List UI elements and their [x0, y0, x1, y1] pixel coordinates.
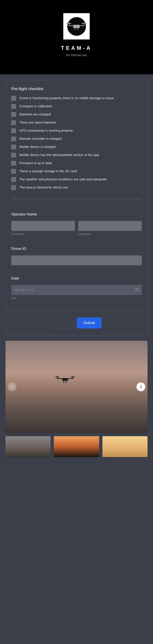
- gallery-thumb-1[interactable]: [6, 436, 51, 457]
- svg-rect-12: [136, 290, 137, 290]
- check-label-4: GPS connectivity is working properly: [19, 128, 73, 133]
- checkbox-3[interactable]: [11, 120, 16, 125]
- check-item-7: Mobile device has the lates/updated vers…: [11, 152, 142, 158]
- svg-rect-5: [73, 25, 80, 28]
- gallery-prev-button[interactable]: [8, 382, 17, 391]
- operator-label: Operator Name: [11, 212, 142, 216]
- date-sublabel: Date: [11, 297, 142, 300]
- submit-button[interactable]: Submit: [77, 318, 102, 328]
- drone-icon: [66, 21, 87, 32]
- check-label-6: Mobile device is charged: [19, 144, 56, 149]
- svg-rect-7: [77, 28, 78, 30]
- check-label-3: There are spare batteries: [19, 120, 56, 125]
- save-button[interactable]: Save: [51, 318, 74, 328]
- checkbox-5[interactable]: [11, 136, 16, 141]
- checkbox-6[interactable]: [11, 144, 16, 150]
- check-label-0: Drone is functioning properly, there is …: [19, 96, 114, 100]
- gallery: [0, 341, 153, 462]
- check-label-8: Firmware is up to date: [19, 160, 52, 165]
- gallery-thumb-3[interactable]: [102, 436, 147, 457]
- app-header: TEAM-A for internal use: [0, 0, 153, 74]
- checkbox-0[interactable]: [11, 96, 16, 101]
- check-label-7: Mobile device has the lates/updated vers…: [19, 152, 99, 157]
- checkbox-4[interactable]: [11, 128, 16, 133]
- check-item-11: The area is cleared for drone use: [11, 185, 142, 190]
- check-item-5: Remote controller is charged: [11, 136, 142, 141]
- check-label-2: Batteries are charged: [19, 112, 51, 116]
- first-name-sublabel: First Name: [11, 232, 75, 236]
- check-label-10: The weather and physical conditions are …: [19, 177, 107, 182]
- svg-rect-6: [75, 28, 76, 30]
- check-item-3: There are spare batteries: [11, 120, 142, 125]
- last-name-input[interactable]: [78, 221, 142, 231]
- chevron-right-icon: [140, 385, 142, 388]
- checkbox-7[interactable]: [11, 153, 16, 158]
- gallery-thumb-2[interactable]: [54, 436, 99, 457]
- check-item-10: The weather and physical conditions are …: [11, 177, 142, 182]
- logo: [63, 13, 90, 40]
- check-item-6: Mobile device is charged: [11, 144, 142, 150]
- date-label: Date: [11, 276, 142, 281]
- svg-rect-14: [138, 290, 138, 290]
- check-label-11: The area is cleared for drone use: [19, 185, 68, 190]
- check-label-1: Compass is calibrated: [19, 104, 52, 108]
- checkbox-10[interactable]: [11, 177, 16, 182]
- svg-rect-13: [137, 290, 137, 290]
- checkbox-8[interactable]: [11, 161, 16, 166]
- check-item-9: There is enough storage in the SD card: [11, 169, 142, 174]
- check-label-5: Remote controller is charged: [19, 136, 62, 141]
- date-input[interactable]: [11, 285, 142, 295]
- gallery-next-button[interactable]: [136, 382, 145, 391]
- check-item-0: Drone is functioning properly, there is …: [11, 96, 142, 101]
- checkbox-11[interactable]: [11, 185, 16, 190]
- checklist: Drone is functioning properly, there is …: [11, 96, 142, 190]
- drone-id-label: Drone ID: [11, 247, 142, 251]
- checkbox-2[interactable]: [11, 112, 16, 117]
- actions-bar: Save Submit: [6, 311, 147, 335]
- check-item-2: Batteries are charged: [11, 112, 142, 117]
- drone-id-input[interactable]: [11, 256, 142, 265]
- svg-rect-21: [64, 381, 64, 383]
- last-name-sublabel: Last Name: [78, 232, 142, 236]
- calendar-icon[interactable]: [135, 288, 139, 292]
- checkbox-1[interactable]: [11, 104, 16, 109]
- chevron-left-icon: [11, 385, 13, 388]
- check-item-8: Firmware is up to date: [11, 160, 142, 166]
- check-item-1: Compass is calibrated: [11, 104, 142, 109]
- check-item-4: GPS connectivity is working properly: [11, 128, 142, 133]
- checkbox-9[interactable]: [11, 169, 16, 174]
- drone-silhouette-icon: [55, 376, 75, 384]
- hero-image: [6, 341, 147, 433]
- first-name-input[interactable]: [11, 221, 75, 231]
- check-label-9: There is enough storage in the SD card: [19, 169, 77, 173]
- svg-rect-22: [66, 381, 67, 383]
- form-panel: Pre-flight checklist Drone is functionin…: [6, 80, 147, 335]
- divider: [11, 199, 142, 199]
- subtitle: for internal use: [0, 53, 153, 57]
- checklist-title: Pre-flight checklist: [11, 87, 142, 91]
- team-title: TEAM-A: [0, 45, 153, 51]
- svg-rect-20: [62, 378, 68, 381]
